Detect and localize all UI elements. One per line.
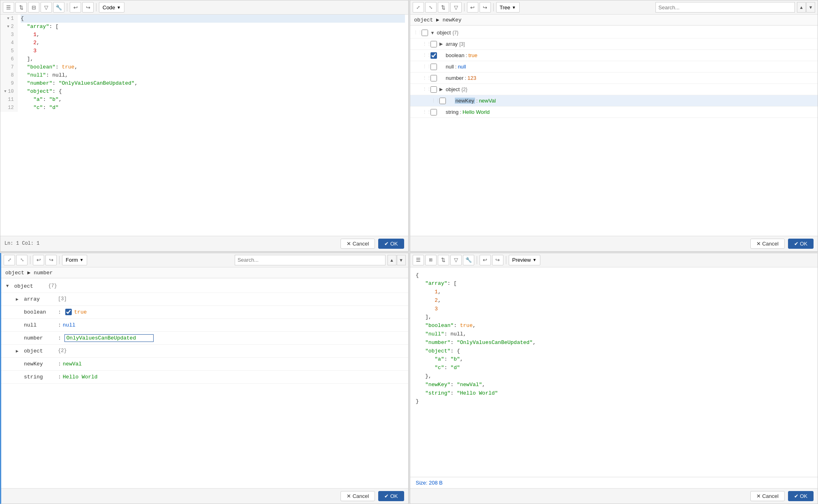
form-item-newkey[interactable]: ▶ newKey : newVal <box>1 358 408 371</box>
nav-down-btn-bl[interactable]: ▼ <box>397 255 406 265</box>
drag-handle[interactable]: ⋮⋮ <box>431 98 437 103</box>
mode-dropdown-bl[interactable]: Form ▼ <box>62 255 87 265</box>
filter-btn2[interactable]: ▽ <box>450 2 462 13</box>
search-input[interactable] <box>655 2 795 13</box>
filter-btn[interactable]: ▽ <box>41 2 52 13</box>
form-toggle[interactable]: ▶ <box>16 348 22 354</box>
undo-btn[interactable]: ↩ <box>70 2 81 13</box>
status-bar: Ln: 1 Col: 1 <box>4 241 39 246</box>
form-item-array[interactable]: ▶ array [3] <box>1 293 408 306</box>
sort-btn-br[interactable]: ⊞ <box>425 255 437 265</box>
nav-down-btn[interactable]: ▼ <box>806 2 815 13</box>
format-btn-br[interactable]: ☰ <box>413 255 424 265</box>
form-item-object[interactable]: ▼ object {7} <box>1 280 408 293</box>
indent-btn-br[interactable]: ⇅ <box>438 255 449 265</box>
ok-button-br[interactable]: ✔ OK <box>788 491 814 501</box>
search-input-bl[interactable] <box>235 255 385 265</box>
form-type: {2} <box>58 348 67 354</box>
tree-checkbox-boolean[interactable] <box>430 52 437 59</box>
mode-dropdown[interactable]: Code ▼ <box>99 2 124 13</box>
format-btn[interactable]: ☰ <box>3 2 14 13</box>
tree-item-number[interactable]: ⋮⋮ ▶ number : 123 <box>410 73 818 84</box>
redo-btn-br[interactable]: ↪ <box>492 255 503 265</box>
drag-handle[interactable]: ⋮⋮ <box>422 41 428 47</box>
mode-dropdown-tr[interactable]: Tree ▼ <box>496 2 520 13</box>
undo-btn2[interactable]: ↩ <box>467 2 478 13</box>
tree-checkbox[interactable] <box>430 41 437 47</box>
drag-handle[interactable]: ⋮⋮ <box>413 30 419 35</box>
form-checkbox-boolean[interactable] <box>65 309 72 315</box>
redo-icon2: ↪ <box>483 4 487 11</box>
redo-btn2[interactable]: ↪ <box>480 2 491 13</box>
tree-checkbox[interactable] <box>430 75 437 81</box>
tree-checkbox[interactable] <box>430 109 437 115</box>
expand-btn-bl[interactable]: ⤢ <box>4 255 15 265</box>
tree-colon: : <box>466 52 467 58</box>
tree-toggle[interactable]: ▶ <box>439 41 446 47</box>
ok-button-bl[interactable]: ✔ OK <box>378 491 404 501</box>
tree-checkbox[interactable] <box>422 30 428 36</box>
form-toggle[interactable]: ▶ <box>16 297 22 302</box>
code-editor[interactable]: ▼ 1 ▼ 2 3 4 5 6 7 8 9 ▼ 10 11 12 { "arra… <box>0 15 408 236</box>
tree-checkbox[interactable] <box>430 64 437 70</box>
tree-item-object2[interactable]: ⋮⋮ ▶ object {2} <box>410 84 818 95</box>
drag-handle[interactable]: ⋮⋮ <box>422 53 428 58</box>
sort-btn[interactable]: ⇅ <box>15 2 27 13</box>
expand-btn[interactable]: ⤢ <box>413 2 424 13</box>
cancel-button-bl[interactable]: ✕ Cancel <box>340 491 375 501</box>
drag-handle[interactable]: ⋮⋮ <box>422 87 428 92</box>
drag-handle[interactable]: ⋮⋮ <box>422 109 428 115</box>
indent-btn[interactable]: ⊟ <box>28 2 39 13</box>
nav-up-btn[interactable]: ▲ <box>797 2 806 13</box>
form-number-input[interactable] <box>64 334 154 342</box>
tree-checkbox[interactable] <box>439 98 446 104</box>
nav-up-btn-bl[interactable]: ▲ <box>388 255 396 265</box>
form-item-object2[interactable]: ▶ object {2} <box>1 345 408 358</box>
ok-button-tr[interactable]: ✔ OK <box>788 239 814 249</box>
tree-content: ⋮⋮ ▼ object {7} ⋮⋮ ▶ array [3] ⋮⋮ ▶ bool… <box>410 26 818 236</box>
form-item-number[interactable]: ▶ number : <box>1 332 408 345</box>
filter-btn-br[interactable]: ▽ <box>450 255 462 265</box>
undo-btn-br[interactable]: ↩ <box>480 255 491 265</box>
ok-button[interactable]: ✔ OK <box>378 239 404 249</box>
mode-dropdown-br[interactable]: Preview ▼ <box>509 255 540 265</box>
tree-toggle[interactable]: ▼ <box>430 30 437 35</box>
undo-icon-br: ↩ <box>483 257 487 263</box>
compress-btn-bl[interactable]: ⤡ <box>16 255 28 265</box>
code-body[interactable]: { "array": [ 1, 2, 3 ], "boolean": true,… <box>17 15 408 112</box>
tree-item-null[interactable]: ⋮⋮ ▶ null : null <box>410 61 818 73</box>
tree-val: newVal <box>479 98 496 104</box>
compress-btn[interactable]: ⤡ <box>425 2 437 13</box>
undo-btn-bl[interactable]: ↩ <box>33 255 44 265</box>
tree-item-newkey[interactable]: ⋮⋮ ▶ newKey : newVal <box>410 95 818 107</box>
redo-btn-bl[interactable]: ↪ <box>45 255 57 265</box>
tree-item-string[interactable]: ⋮⋮ ▶ string : Hello World <box>410 107 818 118</box>
tree-checkbox[interactable] <box>430 86 437 93</box>
bottom-left-breadcrumb: object ▶ number <box>1 267 408 278</box>
tree-item-object[interactable]: ⋮⋮ ▼ object {7} <box>410 27 818 38</box>
form-toggle[interactable]: ▼ <box>6 284 13 288</box>
form-item-boolean[interactable]: ▶ boolean : true <box>1 306 408 319</box>
tree-toggle[interactable]: ▶ <box>439 87 446 92</box>
drag-handle[interactable]: ⋮⋮ <box>422 64 428 69</box>
wrench-btn[interactable]: 🔧 <box>53 2 64 13</box>
cancel-button[interactable]: ✕ Cancel <box>340 239 375 249</box>
tree-val: true <box>468 52 477 58</box>
tree-type: [3] <box>459 41 465 47</box>
tree-item-boolean[interactable]: ⋮⋮ ▶ boolean : true <box>410 50 818 61</box>
drag-handle[interactable]: ⋮⋮ <box>422 75 428 81</box>
cancel-button-tr[interactable]: ✕ Cancel <box>750 239 785 249</box>
cancel-button-br[interactable]: ✕ Cancel <box>750 491 785 501</box>
line-numbers: ▼ 1 ▼ 2 3 4 5 6 7 8 9 ▼ 10 11 12 <box>0 15 17 112</box>
breadcrumb-text-bl: object ▶ number <box>5 270 53 276</box>
form-item-string[interactable]: ▶ string : Hello World <box>1 371 408 384</box>
tree-val: 123 <box>467 75 476 81</box>
cancel-label-bl: ✕ Cancel <box>347 493 369 499</box>
wrench-btn-br[interactable]: 🔧 <box>463 255 474 265</box>
sort-btn2[interactable]: ⇅ <box>438 2 449 13</box>
form-item-null[interactable]: ▶ null : null <box>1 319 408 332</box>
redo-btn[interactable]: ↪ <box>82 2 94 13</box>
tree-item-array[interactable]: ⋮⋮ ▶ array [3] <box>410 38 818 50</box>
tree-colon: : <box>455 64 457 70</box>
form-key: string <box>24 374 56 380</box>
